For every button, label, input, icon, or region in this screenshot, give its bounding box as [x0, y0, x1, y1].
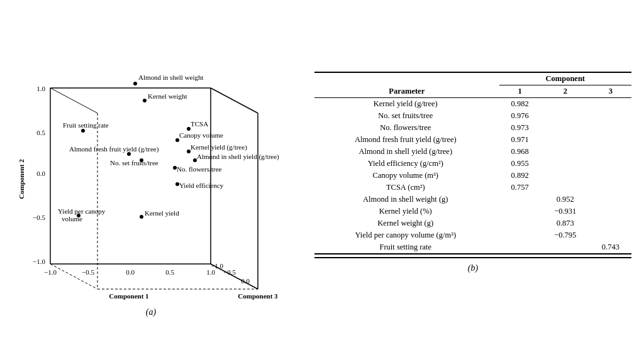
svg-point-27 [133, 82, 137, 85]
svg-text:TCSA: TCSA [191, 120, 208, 128]
value-cell [541, 170, 590, 182]
svg-line-10 [50, 264, 97, 289]
svg-text:Yield efficiency: Yield efficiency [179, 182, 224, 189]
value-cell: 0.892 [499, 170, 541, 182]
value-cell [590, 98, 631, 111]
svg-text:No. flowers/tree: No. flowers/tree [177, 165, 222, 173]
table-label-b: (b) [314, 263, 631, 273]
svg-line-5 [211, 88, 258, 113]
table-row: No. set fruits/tree0.976 [314, 110, 631, 122]
svg-text:Almond in shell weight: Almond in shell weight [138, 74, 204, 81]
col-1-header: 1 [499, 85, 541, 98]
svg-text:−1.0: −1.0 [44, 268, 57, 276]
table-row: Fruit setting rate0.743 [314, 241, 631, 254]
svg-text:0.0: 0.0 [241, 277, 250, 285]
param-cell: Almond in shell weight (g) [314, 194, 499, 205]
svg-text:1.0: 1.0 [36, 85, 45, 92]
svg-text:Component 3: Component 3 [238, 292, 278, 300]
value-cell: 0.968 [499, 146, 541, 158]
param-cell: TCSA (cm²) [314, 182, 499, 194]
svg-text:Kernel weight: Kernel weight [148, 92, 187, 100]
value-cell: 0.743 [590, 241, 631, 254]
value-cell [590, 146, 631, 158]
value-cell [590, 217, 631, 229]
value-cell [590, 110, 631, 122]
value-cell [541, 98, 590, 111]
svg-text:−0.5: −0.5 [33, 214, 45, 221]
param-cell: Almond in shell yield (g/tree) [314, 146, 499, 158]
table-row: Almond in shell yield (g/tree)0.968 [314, 146, 631, 158]
param-cell: Almond fresh fruit yield (g/tree) [314, 134, 499, 146]
param-cell: Fruit setting rate [314, 241, 499, 254]
param-cell: No. set fruits/tree [314, 110, 499, 122]
col-2-header: 2 [541, 85, 590, 98]
value-cell: 0.873 [541, 217, 590, 229]
value-cell [541, 110, 590, 122]
component-col-header: Component [499, 72, 631, 85]
value-cell [590, 229, 631, 241]
svg-text:Almond fresh fruit yield (g/tr: Almond fresh fruit yield (g/tree) [69, 145, 159, 153]
value-cell [590, 182, 631, 194]
svg-text:−1.0: −1.0 [211, 262, 223, 270]
value-cell: −0.795 [541, 229, 590, 241]
value-cell [590, 158, 631, 170]
svg-text:−1.0: −1.0 [33, 258, 45, 265]
svg-text:Kernel yield (g/tree): Kernel yield (g/tree) [191, 143, 247, 151]
svg-text:No. set fruits/tree: No. set fruits/tree [110, 159, 158, 167]
value-cell [499, 217, 541, 229]
value-cell [541, 134, 590, 146]
value-cell [590, 205, 631, 217]
svg-text:Kernel yield: Kernel yield [145, 209, 179, 217]
svg-point-31 [81, 129, 85, 133]
table-row: Yield efficiency (g/cm²)0.955 [314, 158, 631, 170]
svg-text:Almond in shell yield (g/tree): Almond in shell yield (g/tree) [197, 153, 279, 161]
table-row: Kernel yield (g/tree)0.982 [314, 98, 631, 111]
value-cell: 0.971 [499, 134, 541, 146]
value-cell: 0.982 [499, 98, 541, 111]
svg-text:−0.5: −0.5 [82, 268, 94, 276]
value-cell: 0.973 [499, 122, 541, 134]
data-table-wrapper: Parameter Component 1 2 3 Kernel yield (… [314, 72, 631, 273]
param-cell: Kernel weight (g) [314, 217, 499, 229]
param-cell: Yield efficiency (g/cm²) [314, 158, 499, 170]
svg-text:Component 2: Component 2 [18, 158, 25, 199]
param-cell: Yield per canopy volume (g/m³) [314, 229, 499, 241]
svg-line-7 [50, 88, 97, 113]
table-row: TCSA (cm²)0.757 [314, 182, 631, 194]
right-panel: Parameter Component 1 2 3 Kernel yield (… [302, 0, 644, 345]
svg-text:0.0: 0.0 [36, 170, 45, 177]
svg-text:Yield per canopy: Yield per canopy [58, 207, 106, 215]
value-cell [499, 229, 541, 241]
3d-scatter-chart: 1.0 0.5 0.0 −0.5 −1.0 Component 2 −1.0 −… [13, 28, 289, 305]
value-cell [499, 205, 541, 217]
table-row: Kernel weight (g)0.873 [314, 217, 631, 229]
value-cell: 0.952 [541, 194, 590, 205]
svg-text:0.5: 0.5 [36, 129, 45, 136]
svg-text:0.0: 0.0 [126, 268, 135, 276]
param-cell: Canopy volume (m³) [314, 170, 499, 182]
svg-text:Fruit setting rate: Fruit setting rate [63, 121, 109, 129]
value-cell [590, 122, 631, 134]
component-table: Parameter Component 1 2 3 Kernel yield (… [314, 72, 631, 255]
value-cell [499, 194, 541, 205]
value-cell [541, 146, 590, 158]
value-cell [541, 122, 590, 134]
value-cell [590, 134, 631, 146]
value-cell [541, 241, 590, 254]
svg-text:0.5: 0.5 [165, 268, 174, 276]
table-row: Kernel yield (%)−0.931 [314, 205, 631, 217]
svg-text:volume: volume [62, 215, 82, 222]
col-3-header: 3 [590, 85, 631, 98]
value-cell: 0.955 [499, 158, 541, 170]
table-row: Yield per canopy volume (g/m³)−0.795 [314, 229, 631, 241]
table-row: Almond fresh fruit yield (g/tree)0.971 [314, 134, 631, 146]
value-cell: 0.976 [499, 110, 541, 122]
param-cell: No. flowers/tree [314, 122, 499, 134]
value-cell: −0.931 [541, 205, 590, 217]
table-row: Almond in shell weight (g)0.952 [314, 194, 631, 205]
svg-point-29 [143, 99, 147, 102]
table-row: No. flowers/tree0.973 [314, 122, 631, 134]
value-cell [499, 241, 541, 254]
svg-point-52 [140, 215, 143, 219]
svg-text:Canopy volume: Canopy volume [179, 131, 223, 139]
